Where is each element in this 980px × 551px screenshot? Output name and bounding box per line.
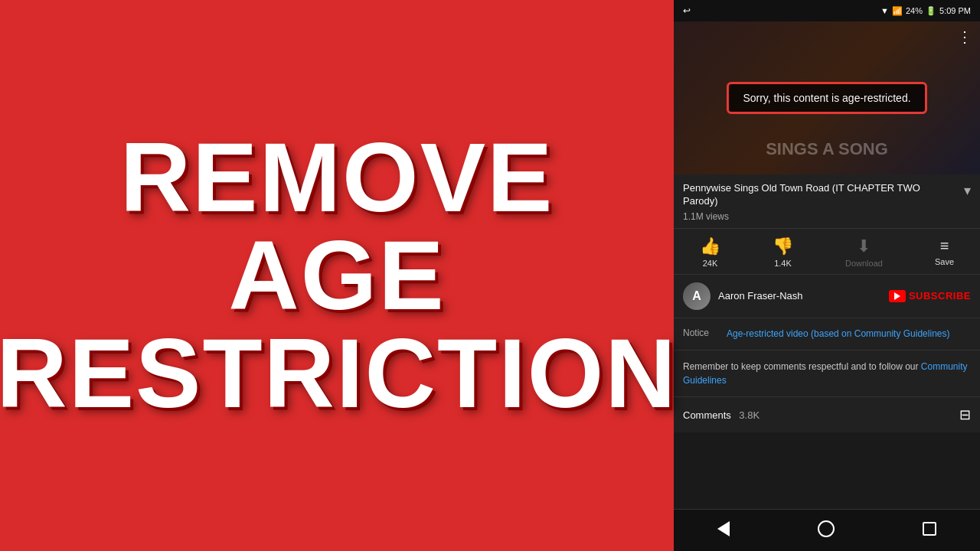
title-line1: REMOVE	[120, 122, 554, 232]
channel-row: A Aaron Fraser-Nash SUBSCRIBE	[674, 275, 980, 318]
like-button[interactable]: 👍 24K	[700, 236, 720, 268]
back-button[interactable]	[717, 521, 730, 536]
recents-button[interactable]	[923, 522, 936, 536]
title-line2: AGE	[228, 220, 445, 330]
status-left-icons: ↩	[683, 5, 691, 16]
channel-avatar[interactable]: A	[683, 282, 710, 310]
like-count: 24K	[703, 259, 718, 268]
video-info-section: Pennywise Sings Old Town Road (IT CHAPTE…	[674, 174, 980, 229]
wifi-icon: ▼	[880, 6, 889, 15]
video-bg-text: SINGS A SONG	[766, 139, 888, 159]
avatar-letter: A	[692, 289, 701, 303]
dislike-icon: 👎	[773, 236, 793, 256]
navigation-bar	[674, 509, 980, 551]
main-title: REMOVE AGE RESTRICTION	[0, 129, 678, 422]
status-arrow-icon: ↩	[683, 5, 691, 16]
action-buttons-row: 👍 24K 👎 1.4K ⬇ Download ≡ Save	[674, 229, 980, 275]
status-right-info: ▼ 📶 24% 🔋 5:09 PM	[880, 6, 971, 16]
download-label: Download	[845, 259, 883, 268]
notice-link[interactable]: Age-restricted video (based on Community…	[727, 328, 949, 341]
comments-label: Comments	[683, 409, 731, 421]
download-icon: ⬇	[857, 236, 871, 256]
comments-title-group: Comments 3.8K	[683, 408, 760, 422]
home-circle-icon	[818, 520, 835, 537]
back-arrow-icon	[717, 521, 730, 536]
subscribe-button[interactable]: SUBSCRIBE	[889, 290, 971, 302]
video-player[interactable]: ⋮ Sorry, this content is age-restricted.…	[674, 21, 980, 174]
left-panel: REMOVE AGE RESTRICTION	[0, 0, 674, 551]
save-button[interactable]: ≡ Save	[935, 237, 954, 266]
comments-reminder: Remember to keep comments respectful and…	[674, 350, 980, 397]
comments-count: 3.8K	[739, 409, 760, 421]
like-icon: 👍	[700, 236, 720, 256]
dislike-button[interactable]: 👎 1.4K	[773, 236, 793, 268]
comments-header: Comments 3.8K ⊟	[674, 397, 980, 432]
age-restricted-message: Sorry, this content is age-restricted.	[727, 82, 926, 114]
video-title: Pennywise Sings Old Town Road (IT CHAPTE…	[683, 182, 958, 208]
title-line3: RESTRICTION	[0, 318, 678, 428]
chevron-down-icon[interactable]: ▾	[964, 182, 971, 199]
status-bar: ↩ ▼ 📶 24% 🔋 5:09 PM	[674, 0, 980, 21]
download-button[interactable]: ⬇ Download	[845, 236, 883, 268]
three-dots-button[interactable]: ⋮	[957, 28, 972, 46]
home-button[interactable]	[818, 520, 835, 537]
dislike-count: 1.4K	[774, 259, 792, 268]
notice-label: Notice	[683, 328, 717, 341]
signal-icon: 📶	[892, 6, 903, 16]
recents-square-icon	[923, 522, 936, 536]
sort-icon[interactable]: ⊟	[959, 406, 971, 423]
notice-section: Notice Age-restricted video (based on Co…	[674, 318, 980, 350]
subscribe-text: SUBSCRIBE	[909, 290, 971, 302]
battery-percent: 24%	[906, 6, 923, 15]
view-count: 1.1M views	[683, 211, 971, 222]
channel-name[interactable]: Aaron Fraser-Nash	[718, 290, 889, 302]
battery-icon: 🔋	[926, 6, 936, 16]
save-label: Save	[935, 257, 954, 266]
phone-mockup: ↩ ▼ 📶 24% 🔋 5:09 PM ⋮ Sorry, this conten…	[674, 0, 980, 551]
time-display: 5:09 PM	[939, 6, 971, 15]
play-triangle-icon	[894, 292, 900, 300]
save-icon: ≡	[940, 237, 949, 255]
youtube-icon	[889, 290, 906, 302]
reminder-text: Remember to keep comments respectful and…	[683, 361, 921, 372]
